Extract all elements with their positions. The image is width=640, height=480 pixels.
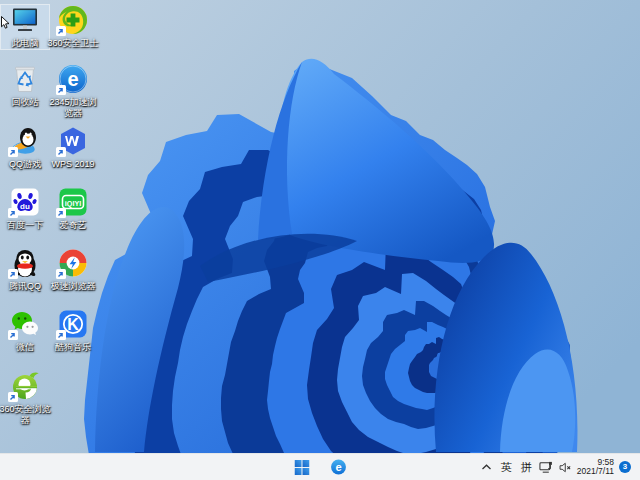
desktop-icon-wechat[interactable]: 微信: [1, 309, 49, 353]
desktop: 此电脑 360安全卫士: [0, 0, 640, 480]
2345-browser-icon: e: [58, 64, 88, 94]
desktop-icon-speed-browser[interactable]: 极速浏览器: [49, 248, 97, 292]
360-browser-icon: [10, 371, 40, 401]
ime-english-indicator[interactable]: 英: [499, 460, 514, 475]
svg-text:iQIYI: iQIYI: [65, 199, 81, 208]
svg-text:du: du: [20, 202, 30, 211]
icon-label: 爱奇艺: [46, 220, 100, 231]
windows-logo-icon: [294, 460, 309, 475]
icon-label: 酷狗音乐: [46, 342, 100, 353]
desktop-icon-360-safe[interactable]: 360安全卫士: [49, 5, 97, 49]
recycle-bin-icon: [10, 64, 40, 94]
shortcut-arrow-icon: [8, 269, 18, 279]
taskbar-center-group: e: [290, 454, 351, 480]
icon-label: QQ游戏: [0, 159, 52, 170]
shortcut-arrow-icon: [56, 269, 66, 279]
desktop-icon-tencent-qq[interactable]: 腾讯QQ: [1, 248, 49, 292]
shortcut-arrow-icon: [8, 208, 18, 218]
icon-label: 此电脑: [0, 38, 52, 49]
desktop-icon-recycle-bin[interactable]: 回收站: [1, 64, 49, 108]
desktop-icon-360-browser[interactable]: 360安全浏览器: [1, 371, 49, 425]
icon-label: 2345加速浏览器: [46, 97, 100, 118]
kugou-music-icon: K: [58, 309, 88, 339]
icon-label: 360安全卫士: [46, 38, 100, 49]
icon-label: 极速浏览器: [46, 281, 100, 292]
desktop-icon-iqiyi[interactable]: iQIYI 爱奇艺: [49, 187, 97, 231]
icon-label: 腾讯QQ: [0, 281, 52, 292]
desktop-icon-qq-games[interactable]: QQ游戏: [1, 126, 49, 170]
icon-label: 微信: [0, 342, 52, 353]
qq-games-icon: [10, 126, 40, 156]
taskbar: e 英 拼: [0, 453, 640, 480]
icon-label: 360安全浏览器: [0, 404, 52, 425]
shortcut-arrow-icon: [8, 392, 18, 402]
tray-chevron-up[interactable]: [480, 460, 494, 474]
start-button[interactable]: [290, 455, 314, 479]
baidu-icon: du: [10, 187, 40, 217]
wps-2019-icon: [58, 126, 88, 156]
taskbar-clock[interactable]: 9:58 2021/7/11: [577, 458, 614, 476]
shortcut-arrow-icon: [56, 26, 66, 36]
icon-label: 百度一下: [0, 220, 52, 231]
shortcut-arrow-icon: [8, 330, 18, 340]
wechat-icon: [10, 309, 40, 339]
desktop-icon-kugou-music[interactable]: K 酷狗音乐: [49, 309, 97, 353]
shortcut-arrow-icon: [8, 147, 18, 157]
volume-muted-icon[interactable]: [558, 460, 572, 474]
edge-e-icon: e: [331, 459, 347, 475]
notification-badge[interactable]: 3: [619, 461, 631, 473]
network-icon[interactable]: [539, 460, 553, 474]
desktop-icon-wps-2019[interactable]: WPS 2019: [49, 126, 97, 170]
icon-label: 回收站: [0, 97, 52, 108]
mouse-cursor: [1, 16, 10, 29]
shortcut-arrow-icon: [56, 85, 66, 95]
iqiyi-icon: iQIYI: [58, 187, 88, 217]
svg-text:K: K: [67, 316, 79, 333]
desktop-icon-baidu[interactable]: du 百度一下: [1, 187, 49, 231]
svg-text:e: e: [335, 461, 341, 473]
ime-pinyin-indicator[interactable]: 拼: [519, 460, 534, 475]
speed-browser-icon: [58, 248, 88, 278]
clock-date: 2021/7/11: [577, 467, 614, 476]
this-pc-icon: [10, 5, 40, 35]
shortcut-arrow-icon: [56, 147, 66, 157]
svg-text:e: e: [67, 68, 78, 90]
360-safe-icon: [58, 5, 88, 35]
shortcut-arrow-icon: [56, 208, 66, 218]
edge-browser-button[interactable]: e: [327, 455, 351, 479]
tencent-qq-icon: [10, 248, 40, 278]
desktop-icon-2345-browser[interactable]: e 2345加速浏览器: [49, 64, 97, 118]
shortcut-arrow-icon: [56, 330, 66, 340]
icon-label: WPS 2019: [46, 159, 100, 170]
